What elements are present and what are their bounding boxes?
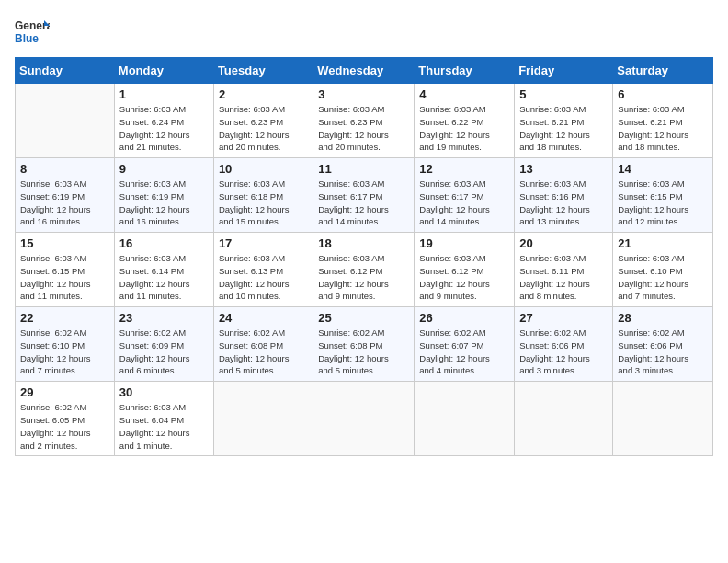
logo-icon: General Blue (15, 15, 50, 50)
day-info: Sunrise: 6:03 AM Sunset: 6:14 PM Dayligh… (119, 252, 209, 303)
day-number: 16 (119, 236, 209, 250)
day-number: 21 (618, 236, 708, 250)
weekday-header-monday: Monday (114, 58, 213, 84)
day-info: Sunrise: 6:02 AM Sunset: 6:09 PM Dayligh… (119, 327, 209, 377)
calendar-cell: 11Sunrise: 6:03 AM Sunset: 6:17 PM Dayli… (313, 158, 415, 233)
calendar-cell: 13Sunrise: 6:03 AM Sunset: 6:16 PM Dayli… (515, 158, 613, 233)
day-number: 8 (20, 162, 109, 176)
day-info: Sunrise: 6:03 AM Sunset: 6:19 PM Dayligh… (119, 178, 209, 228)
calendar-cell: 8Sunrise: 6:03 AM Sunset: 6:19 PM Daylig… (16, 158, 115, 233)
calendar-cell: 29Sunrise: 6:02 AM Sunset: 6:05 PM Dayli… (16, 382, 115, 456)
calendar-cell: 24Sunrise: 6:02 AM Sunset: 6:08 PM Dayli… (213, 307, 313, 382)
calendar-cell (213, 382, 313, 456)
day-info: Sunrise: 6:03 AM Sunset: 6:10 PM Dayligh… (618, 252, 708, 303)
calendar-cell: 17Sunrise: 6:03 AM Sunset: 6:13 PM Dayli… (213, 233, 313, 307)
day-info: Sunrise: 6:03 AM Sunset: 6:17 PM Dayligh… (419, 178, 509, 228)
day-number: 27 (519, 311, 608, 325)
day-info: Sunrise: 6:02 AM Sunset: 6:06 PM Dayligh… (618, 327, 708, 377)
calendar-cell: 25Sunrise: 6:02 AM Sunset: 6:08 PM Dayli… (313, 307, 415, 382)
day-info: Sunrise: 6:03 AM Sunset: 6:15 PM Dayligh… (618, 178, 708, 228)
day-number: 5 (519, 87, 608, 101)
day-number: 19 (419, 236, 509, 250)
day-info: Sunrise: 6:02 AM Sunset: 6:10 PM Dayligh… (20, 327, 109, 377)
calendar-cell: 19Sunrise: 6:03 AM Sunset: 6:12 PM Dayli… (415, 233, 515, 307)
weekday-header-thursday: Thursday (415, 58, 515, 84)
calendar-cell: 21Sunrise: 6:03 AM Sunset: 6:10 PM Dayli… (613, 233, 713, 307)
day-number: 11 (318, 162, 409, 176)
day-number: 10 (219, 162, 308, 176)
svg-text:Blue: Blue (15, 32, 39, 45)
day-number: 2 (219, 87, 308, 101)
day-number: 1 (119, 87, 209, 101)
weekday-header-friday: Friday (515, 58, 613, 84)
day-number: 15 (20, 236, 109, 250)
day-info: Sunrise: 6:03 AM Sunset: 6:23 PM Dayligh… (318, 103, 409, 154)
calendar-cell (515, 382, 613, 456)
day-number: 25 (318, 311, 409, 325)
calendar-cell: 22Sunrise: 6:02 AM Sunset: 6:10 PM Dayli… (16, 307, 115, 382)
day-info: Sunrise: 6:03 AM Sunset: 6:21 PM Dayligh… (519, 103, 608, 154)
calendar-cell: 9Sunrise: 6:03 AM Sunset: 6:19 PM Daylig… (114, 158, 213, 233)
calendar-cell (313, 382, 415, 456)
day-info: Sunrise: 6:03 AM Sunset: 6:13 PM Dayligh… (219, 252, 308, 303)
day-number: 18 (318, 236, 409, 250)
day-number: 12 (419, 162, 509, 176)
day-number: 14 (618, 162, 708, 176)
day-info: Sunrise: 6:03 AM Sunset: 6:12 PM Dayligh… (419, 252, 509, 303)
day-info: Sunrise: 6:03 AM Sunset: 6:17 PM Dayligh… (318, 178, 409, 228)
weekday-header-sunday: Sunday (16, 58, 115, 84)
day-info: Sunrise: 6:03 AM Sunset: 6:21 PM Dayligh… (618, 103, 708, 154)
weekday-header-wednesday: Wednesday (313, 58, 415, 84)
day-info: Sunrise: 6:03 AM Sunset: 6:04 PM Dayligh… (119, 401, 209, 452)
day-number: 24 (219, 311, 308, 325)
calendar-cell: 27Sunrise: 6:02 AM Sunset: 6:06 PM Dayli… (515, 307, 613, 382)
calendar-cell: 20Sunrise: 6:03 AM Sunset: 6:11 PM Dayli… (515, 233, 613, 307)
calendar-cell: 28Sunrise: 6:02 AM Sunset: 6:06 PM Dayli… (613, 307, 713, 382)
calendar-cell: 2Sunrise: 6:03 AM Sunset: 6:23 PM Daylig… (213, 84, 313, 158)
day-number: 17 (219, 236, 308, 250)
calendar-cell: 5Sunrise: 6:03 AM Sunset: 6:21 PM Daylig… (515, 84, 613, 158)
calendar-cell: 14Sunrise: 6:03 AM Sunset: 6:15 PM Dayli… (613, 158, 713, 233)
day-info: Sunrise: 6:03 AM Sunset: 6:22 PM Dayligh… (419, 103, 509, 154)
calendar-cell: 1Sunrise: 6:03 AM Sunset: 6:24 PM Daylig… (114, 84, 213, 158)
day-number: 26 (419, 311, 509, 325)
day-info: Sunrise: 6:03 AM Sunset: 6:15 PM Dayligh… (20, 252, 109, 303)
calendar-cell: 4Sunrise: 6:03 AM Sunset: 6:22 PM Daylig… (415, 84, 515, 158)
calendar-cell: 12Sunrise: 6:03 AM Sunset: 6:17 PM Dayli… (415, 158, 515, 233)
day-info: Sunrise: 6:03 AM Sunset: 6:11 PM Dayligh… (519, 252, 608, 303)
day-number: 29 (20, 385, 109, 399)
calendar-table: SundayMondayTuesdayWednesdayThursdayFrid… (15, 57, 713, 456)
day-number: 30 (119, 385, 209, 399)
day-info: Sunrise: 6:02 AM Sunset: 6:08 PM Dayligh… (318, 327, 409, 377)
calendar-cell: 18Sunrise: 6:03 AM Sunset: 6:12 PM Dayli… (313, 233, 415, 307)
day-number: 13 (519, 162, 608, 176)
day-info: Sunrise: 6:03 AM Sunset: 6:24 PM Dayligh… (119, 103, 209, 154)
day-number: 23 (119, 311, 209, 325)
calendar-cell: 16Sunrise: 6:03 AM Sunset: 6:14 PM Dayli… (114, 233, 213, 307)
calendar-cell: 6Sunrise: 6:03 AM Sunset: 6:21 PM Daylig… (613, 84, 713, 158)
day-info: Sunrise: 6:02 AM Sunset: 6:06 PM Dayligh… (519, 327, 608, 377)
calendar-cell: 23Sunrise: 6:02 AM Sunset: 6:09 PM Dayli… (114, 307, 213, 382)
calendar-cell: 10Sunrise: 6:03 AM Sunset: 6:18 PM Dayli… (213, 158, 313, 233)
day-info: Sunrise: 6:03 AM Sunset: 6:16 PM Dayligh… (519, 178, 608, 228)
day-number: 6 (618, 87, 708, 101)
day-number: 28 (618, 311, 708, 325)
weekday-header-saturday: Saturday (613, 58, 713, 84)
day-info: Sunrise: 6:02 AM Sunset: 6:05 PM Dayligh… (20, 401, 109, 452)
day-info: Sunrise: 6:02 AM Sunset: 6:08 PM Dayligh… (219, 327, 308, 377)
day-info: Sunrise: 6:03 AM Sunset: 6:18 PM Dayligh… (219, 178, 308, 228)
day-number: 9 (119, 162, 209, 176)
calendar-cell (415, 382, 515, 456)
calendar-cell: 15Sunrise: 6:03 AM Sunset: 6:15 PM Dayli… (16, 233, 115, 307)
day-info: Sunrise: 6:02 AM Sunset: 6:07 PM Dayligh… (419, 327, 509, 377)
day-number: 3 (318, 87, 409, 101)
day-number: 20 (519, 236, 608, 250)
calendar-cell (613, 382, 713, 456)
day-info: Sunrise: 6:03 AM Sunset: 6:19 PM Dayligh… (20, 178, 109, 228)
day-info: Sunrise: 6:03 AM Sunset: 6:23 PM Dayligh… (219, 103, 308, 154)
calendar-cell: 30Sunrise: 6:03 AM Sunset: 6:04 PM Dayli… (114, 382, 213, 456)
calendar-cell (16, 84, 115, 158)
weekday-header-tuesday: Tuesday (213, 58, 313, 84)
calendar-cell: 26Sunrise: 6:02 AM Sunset: 6:07 PM Dayli… (415, 307, 515, 382)
logo: General Blue (15, 15, 50, 50)
